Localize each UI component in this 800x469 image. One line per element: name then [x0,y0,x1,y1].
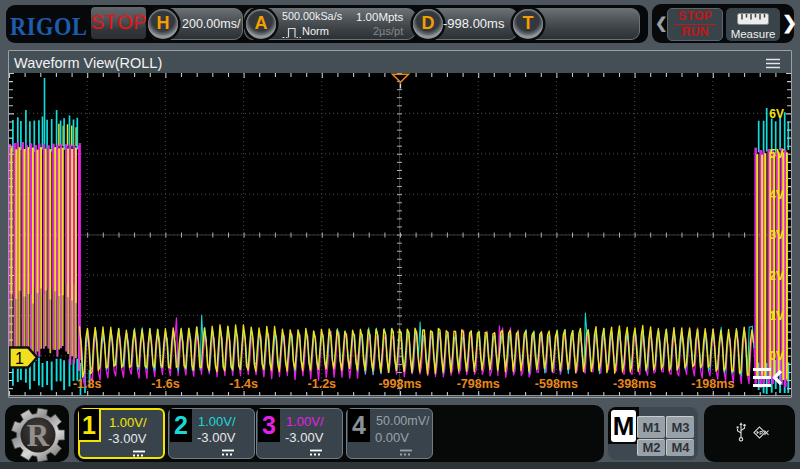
svg-text:4V: 4V [769,188,784,202]
svg-text:-998ms: -998ms [378,377,421,391]
svg-text:-1.4s: -1.4s [229,377,258,391]
svg-text:1: 1 [15,350,24,367]
svg-text:-1.8s: -1.8s [73,377,102,391]
svg-text:1V: 1V [769,309,784,323]
svg-text:R: R [27,418,50,453]
svg-text:3V: 3V [769,228,784,242]
svg-text:-198ms: -198ms [691,377,734,391]
svg-text:5V: 5V [769,147,784,161]
svg-text:P: P [759,430,763,436]
svg-text:-598ms: -598ms [535,377,578,391]
svg-text:-398ms: -398ms [613,377,656,391]
svg-text:-1.2s: -1.2s [308,377,337,391]
svg-text:2V: 2V [769,269,784,283]
svg-text:-1.6s: -1.6s [151,377,180,391]
svg-text:6V: 6V [769,107,784,121]
svg-text:0V: 0V [769,349,784,363]
svg-text:-798ms: -798ms [457,377,500,391]
